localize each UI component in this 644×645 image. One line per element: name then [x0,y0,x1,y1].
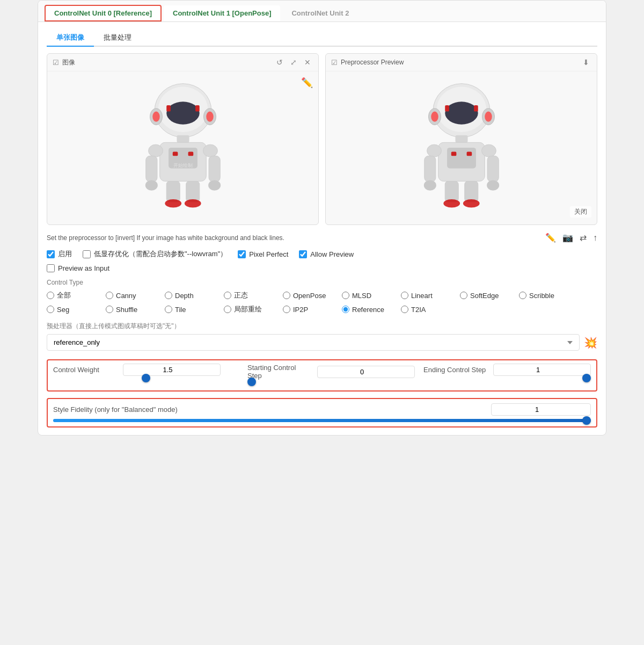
svg-point-27 [445,102,478,124]
preprocessor-icons: ⬇ [581,57,591,68]
svg-point-19 [208,180,221,191]
extra-tool-icon[interactable]: ✏️ [301,77,313,89]
svg-point-31 [431,112,438,122]
svg-point-43 [423,180,436,191]
preview-as-input-checkbox[interactable]: Preview as Input [47,264,109,272]
edit-icon[interactable]: ✏️ [545,233,556,243]
left-robot-image: 开始绘制 [129,79,237,214]
download-icon[interactable]: ⬇ [581,57,591,68]
swap-icon[interactable]: ⇄ [580,233,587,243]
radio-scribble[interactable]: Scribble [519,291,578,300]
upload-icon[interactable]: ↑ [593,233,597,243]
camera-icon[interactable]: 📷 [562,233,573,243]
ending-step-label: Ending Control Step [423,366,488,374]
svg-point-33 [485,112,492,122]
svg-rect-38 [466,152,472,156]
svg-point-22 [165,199,181,207]
radio-tile[interactable]: Tile [165,305,224,314]
control-type-label: Control Type [47,279,597,286]
svg-point-44 [487,180,499,191]
preprocessor-label: Preprocessor Preview [341,59,404,66]
radio-ip2p[interactable]: IP2P [283,305,342,314]
tab-unit-1[interactable]: ControlNet Unit 1 [OpenPose] [164,5,280,21]
radio-t2ia[interactable]: T2IA [401,305,460,314]
control-weight-group: Control Weight [53,364,239,378]
right-image-box: ☑ Preprocessor Preview ⬇ [325,53,597,225]
preprocessor-section: 预处理器（直接上传模式图或草稿时可选"无"） reference_only 💥 [47,322,597,351]
radio-inpaint[interactable]: 局部重绘 [224,305,283,314]
close-icon[interactable]: ✕ [302,57,313,68]
radio-mlsd[interactable]: MLSD [342,291,401,300]
starting-step-group: Starting Control Step [247,364,415,382]
svg-rect-36 [447,148,476,168]
starting-step-thumb[interactable] [247,378,256,386]
left-image-box: ☑ 图像 ↺ ⤢ ✕ [47,53,319,225]
style-fidelity-input[interactable] [491,403,591,416]
radio-reference[interactable]: Reference [342,305,401,314]
radio-lineart[interactable]: Lineart [401,291,460,300]
svg-point-8 [206,112,213,122]
svg-rect-20 [166,181,180,201]
control-type-section: Control Type 全部 Canny Depth 正态 [47,279,597,314]
sliders-box-outlined: Control Weight Starting Control Step [47,359,597,392]
svg-rect-17 [209,156,220,182]
pixel-perfect-checkbox[interactable]: Pixel Perfect [238,250,288,258]
style-fidelity-track[interactable] [53,419,591,422]
svg-rect-9 [177,135,189,142]
svg-rect-12 [172,152,178,156]
ending-step-input[interactable] [493,364,591,376]
left-image-header: ☑ 图像 ↺ ⤢ ✕ [47,54,318,71]
sub-tabs: 单张图像 批量处理 [47,30,597,47]
preprocessor-select[interactable]: reference_only [47,334,580,351]
radio-depth[interactable]: Depth [165,291,224,300]
image-panels: ☑ 图像 ↺ ⤢ ✕ [47,53,597,225]
sub-tab-batch[interactable]: 批量处理 [94,30,141,47]
svg-point-23 [184,199,201,207]
svg-point-40 [481,144,496,157]
ending-step-group: Ending Control Step [423,364,591,378]
enable-checkbox[interactable]: 启用 [47,249,72,259]
checkboxes-row: 启用 低显存优化（需配合启动参数"--lowvram"） Pixel Perfe… [47,249,597,259]
svg-point-15 [203,144,217,157]
control-type-grid: 全部 Canny Depth 正态 OpenPose [47,291,597,314]
style-fidelity-thumb[interactable] [582,416,591,425]
radio-normal[interactable]: 正态 [224,291,283,300]
right-image-header: ☑ Preprocessor Preview ⬇ [326,54,597,71]
radio-shuffle[interactable]: Shuffle [106,305,165,314]
svg-point-14 [148,144,163,157]
action-icons: ✏️ 📷 ⇄ ↑ [545,233,597,243]
preprocessor-checkbox-icon: ☑ [331,59,338,67]
radio-openpose[interactable]: OpenPose [283,291,342,300]
svg-rect-45 [445,181,458,201]
preprocessor-row: reference_only 💥 [47,334,597,351]
sub-tab-single[interactable]: 单张图像 [47,30,94,47]
allow-preview-checkbox[interactable]: Allow Preview [299,250,354,258]
control-weight-label: Control Weight [53,366,118,374]
svg-rect-3 [166,105,171,112]
style-fidelity-label: Style Fidelity (only for "Balanced" mode… [53,405,178,414]
right-robot-area: 关闭 [326,71,597,222]
fire-icon[interactable]: 💥 [584,336,597,349]
close-button[interactable]: 关闭 [570,206,591,218]
redo-icon[interactable]: ⤢ [288,57,299,68]
control-weight-input[interactable] [123,364,221,376]
sliders-row: Control Weight Starting Control Step [53,364,591,382]
tabs-bar: ControlNet Unit 0 [Reference] ControlNet… [38,1,606,22]
radio-softedge[interactable]: SoftEdge [460,291,519,300]
tab-unit-2[interactable]: ControlNet Unit 2 [282,5,358,21]
radio-seg[interactable]: Seg [47,305,106,314]
svg-point-6 [152,112,159,122]
ending-step-thumb[interactable] [582,374,591,382]
image-icons: ↺ ⤢ ✕ [274,57,313,68]
undo-icon[interactable]: ↺ [274,57,285,68]
svg-point-48 [463,199,479,207]
image-checkbox-icon: ☑ [53,59,59,67]
radio-all[interactable]: 全部 [47,291,106,300]
starting-step-input[interactable] [317,366,415,378]
starting-step-header: Starting Control Step [247,364,415,380]
tab-unit-0[interactable]: ControlNet Unit 0 [Reference] [45,5,162,21]
radio-canny[interactable]: Canny [106,291,165,300]
left-robot-area: 开始绘制 ✏️ [47,71,318,222]
low-vram-checkbox[interactable]: 低显存优化（需配合启动参数"--lowvram"） [83,249,227,259]
control-weight-thumb[interactable] [142,374,150,382]
